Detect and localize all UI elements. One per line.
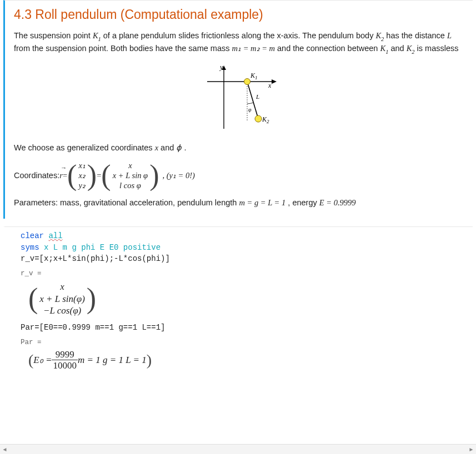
v1-2: x₂ (78, 170, 85, 180)
pendulum-figure: y x K 1 K 2 L φ (14, 62, 467, 134)
section-title: 4.3 Roll pendulum (Computational example… (14, 7, 467, 22)
param-eq: m = g = L = 1 (239, 198, 285, 207)
text: from the suspension point. Both bodies h… (14, 44, 232, 53)
code-line-3: r_v=[x;x+L*sin(phi);-L*cos(phi)] (21, 254, 170, 263)
output-rv: ( x x + L sin(φ) −L cos(φ) ) (28, 281, 467, 316)
output-label-par: Par = (21, 339, 467, 346)
sym-phi: ϕ (176, 143, 182, 152)
rv-2: x + L sin(φ) (39, 293, 84, 305)
kw-clear: clear (21, 231, 48, 240)
generalized-coords-text: We choose as generalized coordinates x a… (14, 142, 467, 154)
e0-fraction: 9999 10000 (52, 350, 78, 370)
scroll-track[interactable] (9, 445, 467, 454)
svg-text:y: y (219, 63, 223, 71)
code-cell: clear all syms x L m g phi E E0 positive… (3, 226, 473, 379)
rv-1: x (60, 281, 64, 292)
label: Coordinates: (14, 170, 59, 181)
rv-3: −L cos(φ) (43, 305, 81, 316)
output-par: ( E₀ = 9999 10000 m = 1 g = 1 L = 1 ) (28, 350, 467, 370)
coordinates-equation: Coordinates: r = ( x₁ x₂ y₂ ) = ( x x + … (14, 160, 467, 190)
svg-marker-3 (272, 79, 277, 84)
scroll-left-button[interactable]: ◄ (0, 445, 9, 454)
syms-args: x L m g phi E E0 positive (44, 243, 161, 252)
sym-x: x (155, 143, 158, 152)
sym-K1b: K1 (380, 44, 388, 53)
text: The suspension point (14, 31, 93, 40)
document-viewport: 4.3 Roll pendulum (Computational example… (0, 0, 476, 444)
svg-text:φ: φ (248, 107, 252, 113)
text: and the connection between (277, 44, 380, 53)
code-line-4: Par=[E0==0.9999 m==1 g==1 L==1] (21, 323, 165, 332)
text: . (184, 143, 186, 152)
horizontal-scrollbar[interactable]: ◄ ► (0, 444, 476, 454)
v1-1: x₁ (78, 160, 85, 170)
sym-K2: K2 (375, 31, 384, 40)
e0-lhs: E₀ = (33, 354, 52, 366)
svg-text:2: 2 (267, 119, 269, 124)
text: has the distance (386, 31, 447, 40)
y1-note: , (y₁ = 0!) (162, 170, 194, 181)
v2-1: x (128, 160, 132, 170)
parameters-text: Parameters: mass, gravitational accelera… (14, 197, 467, 209)
code-block-1[interactable]: clear all syms x L m g phi E E0 positive… (21, 230, 467, 264)
text: Parameters: mass, gravitational accelera… (14, 198, 239, 207)
text: , energy (288, 198, 319, 207)
intro-paragraph: The suspension point K1 of a plane pendu… (14, 30, 467, 56)
sym-r-vector: r (59, 170, 63, 181)
sym-K2b: K2 (407, 44, 415, 53)
sym-K1: K1 (93, 31, 101, 40)
e0-num: 9999 (54, 350, 76, 360)
svg-line-5 (247, 82, 258, 119)
v1-3: y₂ (78, 180, 85, 190)
energy-eq: E = 0.9999 (319, 198, 356, 207)
text-cell: 4.3 Roll pendulum (Computational example… (3, 0, 473, 219)
svg-point-7 (255, 115, 262, 122)
svg-text:L: L (255, 93, 259, 100)
svg-text:x: x (268, 82, 272, 89)
text: and (161, 143, 176, 152)
sym-L: L (447, 31, 452, 40)
mass-equation: m₁ = m₂ = m (232, 44, 275, 53)
text: and (390, 44, 406, 53)
par-rest: m = 1 g = 1 L = 1 (78, 355, 147, 366)
svg-point-6 (244, 79, 250, 85)
code-block-2[interactable]: Par=[E0==0.9999 m==1 g==1 L==1] (21, 322, 467, 333)
v2-2: x + L sin φ (113, 170, 148, 180)
vector-1: ( x₁ x₂ y₂ ) (67, 160, 97, 190)
vector-2: ( x x + L sin φ l cos φ ) (101, 160, 159, 190)
scroll-right-button[interactable]: ► (467, 445, 476, 454)
output-label-rv: r_v = (21, 270, 467, 278)
text: is massless (417, 44, 459, 53)
arg-all: all (48, 231, 62, 240)
e0-den: 10000 (52, 360, 78, 370)
v2-3: l cos φ (119, 180, 141, 190)
text: We choose as generalized coordinates (14, 143, 155, 152)
eq2: = (97, 170, 101, 181)
text: of a plane pendulum slides frictionless … (103, 31, 376, 40)
kw-syms: syms (21, 243, 44, 252)
svg-text:1: 1 (255, 75, 258, 80)
